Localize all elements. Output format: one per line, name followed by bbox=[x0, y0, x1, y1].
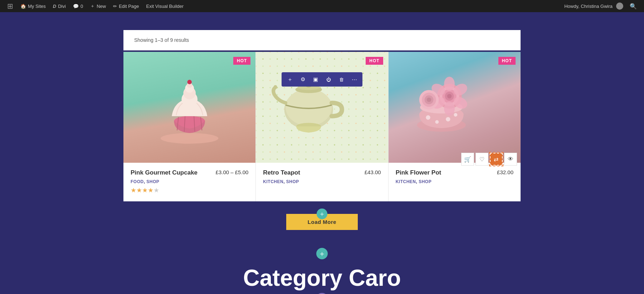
bottom-area: ＋ Category Caro ••• bbox=[123, 241, 521, 294]
toolbar-layout-btn[interactable]: ▣ bbox=[309, 74, 322, 85]
admin-bar: ⊞ 🏠 My Sites D Divi 💬 0 ＋ New ✏ Edit Pag… bbox=[0, 0, 644, 12]
cupcake-price: £3.00 – £5.00 bbox=[216, 169, 249, 175]
teapot-cat-kitchen[interactable]: KITCHEN bbox=[263, 179, 283, 184]
svg-point-28 bbox=[444, 77, 455, 91]
product-card-flower: HOT 🛒 ♡ ⇄ 👁 Pink Flower Pot £32.00 bbox=[389, 52, 521, 201]
flower-cat-shop[interactable]: SHOP bbox=[419, 179, 431, 184]
toolbar-delete-btn[interactable]: 🗑 bbox=[335, 74, 347, 85]
new-item[interactable]: ＋ New bbox=[87, 0, 109, 12]
svg-point-37 bbox=[426, 98, 431, 102]
content-area: Showing 1–3 of 9 results ＋ ⚙ ▣ ⏻ 🗑 ⋯ bbox=[123, 30, 521, 294]
teapot-cat-shop[interactable]: SHOP bbox=[286, 179, 299, 184]
teapot-info: Retro Teapot £43.00 KITCHEN, SHOP bbox=[256, 163, 388, 193]
cupcake-hot-badge: HOT bbox=[233, 57, 250, 65]
compare-icon-btn[interactable]: ⇄ bbox=[490, 153, 503, 166]
svg-point-31 bbox=[444, 102, 455, 116]
cupcake-cat-shop[interactable]: SHOP bbox=[146, 179, 159, 184]
load-more-section: ＋ Load More bbox=[123, 201, 521, 241]
add-above-load-more-btn[interactable]: ＋ bbox=[317, 209, 327, 219]
category-carousel-title: Category Caro bbox=[243, 259, 401, 289]
flower-categories: KITCHEN, SHOP bbox=[396, 179, 513, 184]
flower-info: Pink Flower Pot £32.00 KITCHEN, SHOP bbox=[389, 163, 521, 193]
svg-point-22 bbox=[454, 113, 457, 117]
admin-bar-left: ⊞ 🏠 My Sites D Divi 💬 0 ＋ New ✏ Edit Pag… bbox=[4, 0, 562, 12]
product-image-cupcake: HOT bbox=[123, 52, 255, 163]
flower-name: Pink Flower Pot bbox=[396, 169, 441, 176]
user-avatar bbox=[616, 3, 623, 10]
page-wrapper: Showing 1–3 of 9 results ＋ ⚙ ▣ ⏻ 🗑 ⋯ bbox=[0, 12, 644, 294]
cupcake-illustration bbox=[137, 63, 242, 152]
search-icon[interactable]: 🔍 bbox=[627, 3, 640, 10]
wp-logo-icon: ⊞ bbox=[7, 2, 13, 10]
product-image-flower: HOT bbox=[389, 52, 521, 163]
toolbar-more-btn[interactable]: ⋯ bbox=[348, 74, 360, 85]
teapot-categories: KITCHEN, SHOP bbox=[263, 179, 381, 184]
plus-icon: ＋ bbox=[90, 3, 95, 9]
cart-icon-btn[interactable]: 🛒 bbox=[461, 153, 474, 166]
exit-visual-builder-item[interactable]: Exit Visual Builder bbox=[143, 0, 187, 12]
my-sites-label: My Sites bbox=[28, 4, 46, 9]
divi-icon: D bbox=[53, 4, 56, 9]
divi-item[interactable]: D Divi bbox=[50, 0, 69, 12]
toolbar-power-btn[interactable]: ⏻ bbox=[322, 74, 335, 85]
edit-page-label: Edit Page bbox=[119, 4, 139, 9]
howdy-text: Howdy, Christina Gwira bbox=[564, 4, 613, 9]
svg-point-15 bbox=[274, 85, 277, 89]
product-card-cupcake: HOT Pink Gourmet Cupcake £3.00 – £5.00 F… bbox=[123, 52, 256, 201]
new-label: New bbox=[97, 4, 106, 9]
flower-illustration bbox=[389, 52, 494, 141]
comments-icon: 💬 bbox=[73, 4, 79, 9]
flower-cat-kitchen[interactable]: KITCHEN bbox=[396, 179, 416, 184]
results-text: Showing 1–3 of 9 results bbox=[134, 37, 189, 43]
cupcake-categories: FOOD, SHOP bbox=[131, 179, 248, 184]
product-actions: 🛒 ♡ ⇄ 👁 bbox=[461, 153, 517, 166]
exit-vb-label: Exit Visual Builder bbox=[146, 4, 184, 9]
flower-price: £32.00 bbox=[497, 169, 513, 175]
view-icon-btn[interactable]: 👁 bbox=[504, 153, 517, 166]
my-sites-item[interactable]: 🏠 My Sites bbox=[18, 0, 49, 12]
admin-bar-right: Howdy, Christina Gwira 🔍 bbox=[564, 3, 640, 10]
teapot-name: Retro Teapot bbox=[263, 169, 300, 176]
cupcake-stars: ★★★★★ bbox=[131, 186, 248, 194]
teapot-price: £43.00 bbox=[365, 169, 381, 175]
teapot-hot-badge: HOT bbox=[366, 57, 383, 65]
cupcake-cat-food[interactable]: FOOD bbox=[131, 179, 144, 184]
toolbar-settings-btn[interactable]: ⚙ bbox=[297, 74, 309, 85]
house-icon: 🏠 bbox=[20, 4, 26, 9]
divi-label: Divi bbox=[58, 4, 66, 9]
product-image-teapot: HOT bbox=[256, 52, 388, 163]
toolbar-add-btn[interactable]: ＋ bbox=[284, 74, 296, 85]
flower-hot-badge: HOT bbox=[498, 57, 516, 65]
edit-page-item[interactable]: ✏ Edit Page bbox=[110, 0, 142, 12]
svg-point-27 bbox=[447, 94, 452, 98]
svg-point-21 bbox=[446, 117, 450, 121]
svg-point-9 bbox=[187, 80, 191, 84]
svg-point-19 bbox=[426, 115, 430, 119]
comments-item[interactable]: 💬 0 bbox=[70, 0, 86, 12]
shop-section: Showing 1–3 of 9 results ＋ ⚙ ▣ ⏻ 🗑 ⋯ bbox=[123, 30, 521, 241]
shop-header: Showing 1–3 of 9 results bbox=[123, 30, 521, 50]
svg-point-0 bbox=[161, 133, 218, 144]
cupcake-title-row: Pink Gourmet Cupcake £3.00 – £5.00 bbox=[131, 169, 248, 176]
bottom-add-btn[interactable]: ＋ bbox=[316, 248, 328, 259]
teapot-illustration bbox=[256, 52, 361, 141]
wishlist-icon-btn[interactable]: ♡ bbox=[475, 153, 488, 166]
comments-count: 0 bbox=[80, 4, 83, 9]
pencil-icon: ✏ bbox=[113, 4, 117, 9]
wp-logo-item[interactable]: ⊞ bbox=[4, 0, 16, 12]
cupcake-name: Pink Gourmet Cupcake bbox=[131, 169, 197, 176]
teapot-title-row: Retro Teapot £43.00 bbox=[263, 169, 381, 176]
cupcake-info: Pink Gourmet Cupcake £3.00 – £5.00 FOOD,… bbox=[123, 163, 255, 201]
divi-toolbar: ＋ ⚙ ▣ ⏻ 🗑 ⋯ bbox=[282, 72, 362, 87]
svg-point-20 bbox=[435, 120, 439, 124]
flower-title-row: Pink Flower Pot £32.00 bbox=[396, 169, 513, 176]
